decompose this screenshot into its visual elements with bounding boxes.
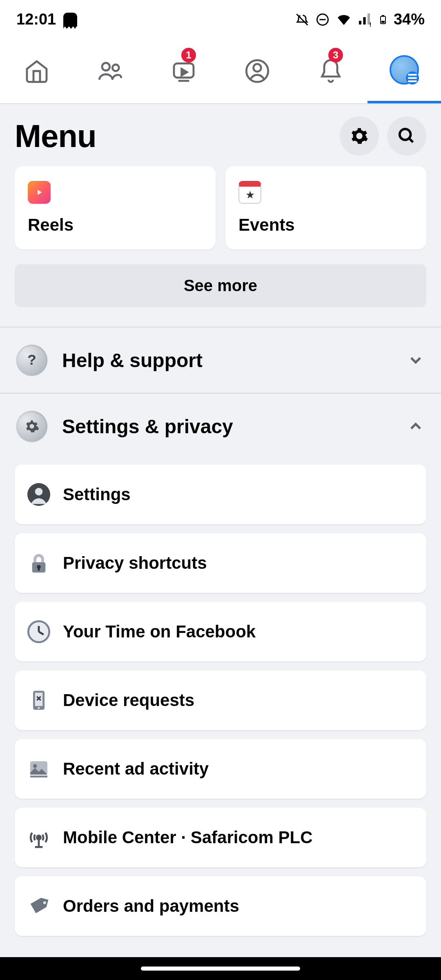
svg-text:?: ? bbox=[27, 352, 36, 368]
ghost-app-icon bbox=[63, 13, 77, 27]
status-time: 12:01 bbox=[16, 11, 56, 28]
antenna-icon bbox=[27, 826, 51, 849]
profile-icon bbox=[244, 58, 270, 84]
svg-point-12 bbox=[254, 64, 261, 72]
gear-icon bbox=[16, 411, 47, 442]
top-nav: 1 3 bbox=[0, 39, 441, 104]
svg-line-17 bbox=[409, 138, 413, 143]
nav-menu[interactable] bbox=[368, 39, 441, 103]
wifi-icon bbox=[336, 11, 352, 28]
settings-privacy-title: Settings & privacy bbox=[62, 415, 392, 438]
svg-point-22 bbox=[35, 488, 43, 496]
nav-friends[interactable] bbox=[74, 39, 147, 103]
nav-profile[interactable] bbox=[220, 39, 294, 103]
menu-lines-icon bbox=[406, 71, 419, 85]
tag-icon bbox=[27, 894, 51, 918]
svg-rect-34 bbox=[30, 775, 47, 777]
nav-watch[interactable]: 1 bbox=[147, 39, 220, 103]
shortcut-reels[interactable]: Reels bbox=[15, 166, 216, 249]
settings-item-label: Privacy shortcuts bbox=[63, 553, 207, 573]
search-icon bbox=[397, 127, 416, 145]
home-handle[interactable] bbox=[141, 967, 300, 971]
signal-icon: ! bbox=[358, 12, 372, 27]
phone-icon bbox=[27, 688, 51, 712]
page-title: Menu bbox=[15, 118, 96, 155]
settings-item-label: Your Time on Facebook bbox=[63, 622, 256, 641]
notifications-badge: 3 bbox=[328, 48, 343, 62]
see-more-button[interactable]: See more bbox=[15, 264, 426, 307]
nav-notifications[interactable]: 3 bbox=[294, 39, 368, 103]
settings-item-label: Device requests bbox=[63, 690, 194, 710]
settings-item-label: Orders and payments bbox=[63, 896, 239, 916]
battery-icon bbox=[378, 11, 388, 28]
settings-item-privacy-shortcuts[interactable]: Privacy shortcuts bbox=[15, 533, 426, 593]
shortcut-label: Events bbox=[238, 215, 413, 235]
svg-point-31 bbox=[38, 707, 40, 709]
battery-percent: 34% bbox=[394, 11, 425, 28]
svg-rect-25 bbox=[38, 567, 40, 570]
help-icon: ? bbox=[16, 345, 47, 376]
bell-icon bbox=[318, 58, 344, 84]
page-header: Menu bbox=[0, 104, 441, 166]
help-support-title: Help & support bbox=[62, 349, 392, 372]
settings-list: Settings Privacy shortcuts Your Time on … bbox=[0, 459, 441, 936]
nav-home[interactable] bbox=[0, 39, 74, 103]
svg-marker-18 bbox=[38, 190, 42, 195]
settings-item-label: Mobile Center · Safaricom PLC bbox=[63, 828, 312, 847]
avatar-icon bbox=[390, 55, 419, 85]
gear-icon bbox=[350, 127, 369, 145]
mute-icon bbox=[295, 12, 310, 27]
settings-item-your-time[interactable]: Your Time on Facebook bbox=[15, 602, 426, 662]
system-nav-bar bbox=[0, 957, 441, 980]
svg-point-16 bbox=[400, 129, 411, 140]
lock-icon bbox=[27, 551, 51, 575]
shortcut-label: Reels bbox=[28, 215, 203, 235]
svg-text:!: ! bbox=[369, 20, 371, 27]
status-bar: 12:01 ! 34% bbox=[0, 0, 441, 39]
svg-rect-5 bbox=[382, 15, 384, 16]
shortcut-events[interactable]: ★ Events bbox=[225, 166, 426, 249]
search-button[interactable] bbox=[387, 116, 426, 156]
image-icon bbox=[27, 757, 51, 781]
shortcut-row: Reels ★ Events bbox=[0, 166, 441, 249]
home-icon bbox=[24, 58, 50, 84]
events-icon: ★ bbox=[238, 181, 261, 204]
svg-point-35 bbox=[37, 835, 40, 839]
settings-item-orders[interactable]: Orders and payments bbox=[15, 876, 426, 936]
person-circle-icon bbox=[27, 483, 51, 506]
chevron-up-icon bbox=[407, 417, 425, 435]
dnd-icon bbox=[315, 12, 330, 27]
clock-icon bbox=[27, 620, 51, 644]
watch-badge: 1 bbox=[181, 48, 196, 62]
settings-button[interactable] bbox=[340, 116, 379, 156]
settings-item-device-requests[interactable]: Device requests bbox=[15, 670, 426, 730]
settings-item-mobile-center[interactable]: Mobile Center · Safaricom PLC bbox=[15, 808, 426, 867]
svg-point-8 bbox=[112, 65, 119, 71]
settings-item-label: Recent ad activity bbox=[63, 759, 209, 779]
see-more-label: See more bbox=[184, 276, 257, 294]
friends-icon bbox=[97, 58, 123, 84]
help-support-header[interactable]: ? Help & support bbox=[0, 327, 441, 394]
svg-point-33 bbox=[33, 764, 37, 768]
settings-item-label: Settings bbox=[63, 485, 131, 504]
chevron-down-icon bbox=[407, 351, 425, 369]
watch-icon bbox=[171, 58, 197, 84]
settings-item-recent-ads[interactable]: Recent ad activity bbox=[15, 739, 426, 799]
settings-privacy-header[interactable]: Settings & privacy bbox=[0, 394, 441, 459]
reels-icon bbox=[28, 181, 51, 204]
svg-rect-6 bbox=[381, 21, 385, 23]
settings-item-settings[interactable]: Settings bbox=[15, 465, 426, 524]
svg-point-7 bbox=[102, 63, 110, 71]
